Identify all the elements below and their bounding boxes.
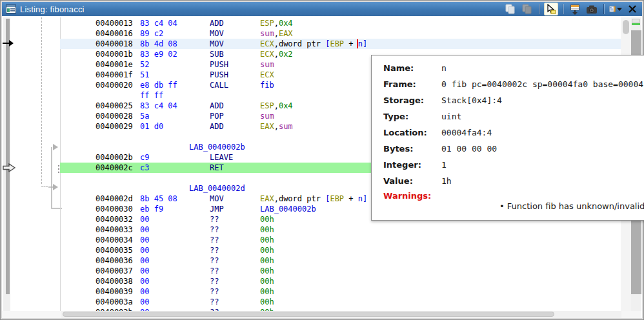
operand-part[interactable]: EBP (330, 39, 344, 48)
operand-part[interactable]: fib (260, 81, 274, 90)
operand-part[interactable]: 0x2 (279, 50, 293, 59)
operand-part[interactable]: EAX (260, 122, 274, 131)
operands[interactable]: ECX,dword ptr [EBP + n] (260, 39, 367, 49)
address[interactable]: 00400036 (96, 255, 133, 266)
listing-row[interactable]: 0040003600??00h (60, 255, 621, 266)
operand-part[interactable]: ECX (260, 39, 274, 48)
operand-part[interactable]: 00h (260, 266, 274, 275)
mnemonic[interactable]: MOV (210, 28, 224, 39)
bytes[interactable]: 8b 4d 08 (140, 39, 177, 49)
operand-part[interactable]: + (344, 194, 358, 203)
bytes[interactable]: c9 (140, 152, 149, 163)
operand-part[interactable]: ESP (260, 101, 274, 110)
bytes[interactable]: 00 (140, 276, 149, 286)
operand-part[interactable]: 00h (260, 277, 274, 286)
mnemonic[interactable]: ADD (210, 101, 224, 111)
address[interactable]: 00400033 (96, 225, 133, 235)
mnemonic[interactable]: MOV (210, 39, 224, 49)
dropdown-arrow-icon[interactable] (617, 8, 622, 11)
address[interactable]: 00400018 (96, 39, 133, 49)
address[interactable]: 00400034 (96, 235, 133, 245)
operand-part[interactable]: sum (260, 60, 274, 69)
address[interactable]: 00400039 (96, 286, 133, 297)
operands[interactable]: 00h (260, 266, 274, 276)
operands[interactable]: sum (260, 59, 274, 70)
mnemonic[interactable]: ?? (210, 225, 219, 235)
operand-part[interactable]: , (274, 29, 279, 38)
address[interactable]: 00400016 (96, 28, 133, 39)
address[interactable]: 00400030 (96, 204, 133, 214)
address[interactable]: 0040001f (96, 70, 133, 80)
operand-part[interactable]: 0x4 (279, 19, 293, 28)
operand-part[interactable]: 00h (260, 215, 274, 224)
operands[interactable]: 00h (260, 286, 274, 297)
bytes[interactable]: 5a (140, 111, 149, 121)
operand-part[interactable]: 00h (260, 287, 274, 296)
address[interactable]: 0040003a (96, 297, 133, 307)
operand-part[interactable]: LAB_0040002b (260, 205, 316, 214)
address[interactable]: 00400037 (96, 266, 133, 276)
address[interactable]: 00400028 (96, 111, 133, 121)
operands[interactable]: 00h (260, 245, 274, 255)
operand-part[interactable]: ] (363, 194, 367, 203)
mnemonic[interactable]: ?? (210, 286, 219, 297)
close-button[interactable] (625, 3, 639, 15)
operand-part[interactable]: n (357, 39, 363, 48)
listing-row[interactable]: 0040001383 c4 04ADDESP,0x4 (60, 18, 621, 28)
operand-part[interactable]: 00h (260, 297, 274, 306)
operands[interactable]: 00h (260, 214, 274, 225)
bytes[interactable]: e8 db ff (140, 80, 177, 90)
operand-part[interactable]: ] (363, 39, 367, 48)
bytes[interactable]: 00 (140, 255, 149, 266)
mnemonic[interactable]: RET (210, 163, 224, 173)
operands[interactable]: sum (260, 111, 274, 121)
bytes[interactable]: 00 (140, 245, 149, 255)
mnemonic[interactable]: ?? (210, 245, 219, 255)
operands[interactable]: sum,EAX (260, 28, 293, 39)
operands[interactable]: fib (260, 80, 274, 90)
operand-part[interactable]: ESP (260, 19, 274, 28)
operand-part[interactable]: 00h (260, 256, 274, 265)
operands[interactable]: EAX,sum (260, 121, 293, 132)
address[interactable]: 00400029 (96, 121, 133, 132)
bytes[interactable]: 83 c4 04 (140, 101, 177, 111)
address[interactable]: 0040002b (96, 152, 133, 163)
operand-part[interactable]: , (274, 194, 279, 203)
operands[interactable]: 00h (260, 255, 274, 266)
bytes[interactable]: 00 (140, 266, 149, 276)
paste-button[interactable] (520, 3, 534, 15)
bytes[interactable]: 8b 45 08 (140, 194, 177, 204)
vertical-scrollbar-thumb[interactable] (623, 20, 629, 34)
operands[interactable]: ECX (260, 70, 274, 80)
horizontal-scrollbar-thumb[interactable] (63, 312, 554, 317)
operands[interactable]: 00h (260, 235, 274, 245)
operands[interactable]: ESP,0x4 (260, 101, 293, 111)
address[interactable]: 0040001b (96, 49, 133, 59)
mnemonic[interactable]: ?? (210, 297, 219, 307)
operands[interactable]: EAX,dword ptr [EBP + n] (260, 194, 367, 204)
mnemonic[interactable]: PUSH (210, 70, 228, 80)
mnemonic[interactable]: MOV (210, 194, 224, 204)
operand-part[interactable]: n (358, 194, 363, 203)
bytes[interactable]: 83 e9 02 (140, 49, 177, 59)
address[interactable]: 00400013 (96, 18, 133, 28)
listing-row[interactable]: 0040003700??00h (60, 266, 621, 276)
listing-row[interactable]: 004000188b 4d 08MOVECX,dword ptr [EBP + … (60, 39, 621, 49)
operands[interactable]: LAB_0040002b (260, 204, 316, 214)
operands[interactable]: 00h (260, 276, 274, 286)
listing-row[interactable]: 0040003500??00h (60, 245, 621, 255)
operands[interactable]: 00h (260, 225, 274, 235)
operands[interactable]: ESP,0x4 (260, 18, 293, 28)
operand-part[interactable]: + (344, 39, 358, 48)
bytes[interactable]: eb f9 (140, 204, 163, 214)
operand-part[interactable]: , (274, 122, 279, 131)
operand-part[interactable]: , (274, 39, 279, 48)
operand-part[interactable]: sum (279, 122, 293, 131)
code-label[interactable]: LAB_0040002b (189, 142, 245, 152)
bytes[interactable]: 89 c2 (140, 28, 163, 39)
mnemonic[interactable]: SUB (210, 49, 224, 59)
operand-part[interactable]: 00h (260, 235, 274, 245)
operand-part[interactable]: , (274, 19, 279, 28)
operands[interactable]: ECX,0x2 (260, 49, 293, 59)
operand-part[interactable]: dword ptr (279, 194, 325, 203)
